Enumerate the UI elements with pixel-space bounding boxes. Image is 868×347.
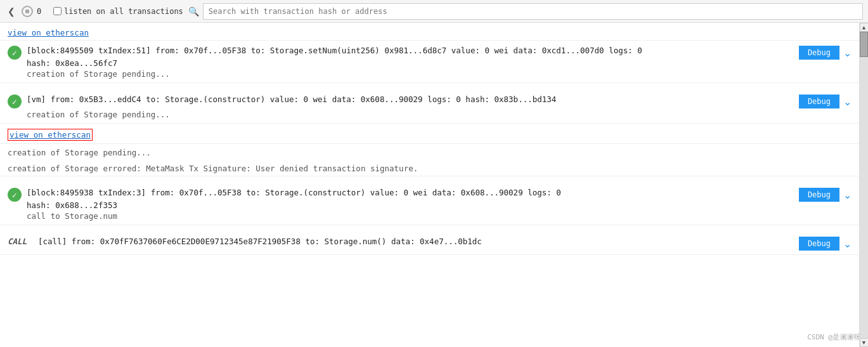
- checkbox-label-text: listen on all transactions: [64, 7, 183, 16]
- standalone-pending-text-1: creation of Storage pending...: [8, 148, 852, 157]
- tx-content-4: [call] from: 0x70fF7637060Fe6CE2D00E9712…: [38, 235, 794, 248]
- tx-main-line-4: [call] from: 0x70fF7637060Fe6CE2D00E9712…: [38, 235, 794, 248]
- check-circle-1: ✓: [8, 46, 22, 60]
- listen-all-checkbox-label[interactable]: listen on all transactions: [53, 7, 183, 16]
- expand-button-4[interactable]: ⌄: [843, 238, 852, 250]
- content-panel: view on etherscan ✓ [block:8495509 txInd…: [0, 23, 859, 347]
- spacer-2: [0, 176, 859, 183]
- etherscan-link-top[interactable]: view on etherscan: [8, 28, 89, 37]
- search-icon-button[interactable]: 🔍: [188, 6, 199, 16]
- watermark: CSDN @是澜澜呀: [807, 332, 860, 342]
- standalone-pending-1: creation of Storage pending...: [0, 144, 859, 160]
- tx-sub-line-3: hash: 0x688...2f353: [27, 200, 794, 210]
- chevron-left-button[interactable]: ❮: [5, 5, 18, 18]
- pending-text-1: creation of Storage pending...: [8, 69, 852, 79]
- tx-row-1: ✓ [block:8495509 txIndex:51] from: 0x70f…: [8, 44, 852, 68]
- success-icon-1: ✓: [8, 46, 22, 60]
- expand-button-3[interactable]: ⌄: [843, 189, 852, 201]
- tx-actions-4: Debug ⌄: [799, 237, 852, 251]
- transaction-entry-2: ✓ [vm] from: 0x5B3...eddC4 to: Storage.(…: [0, 89, 859, 124]
- tx-main-line-1: [block:8495509 txIndex:51] from: 0x70f..…: [27, 44, 794, 57]
- transaction-entry-4: CALL [call] from: 0x70fF7637060Fe6CE2D00…: [0, 232, 859, 255]
- tx-row-3: ✓ [block:8495938 txIndex:3] from: 0x70f.…: [8, 187, 852, 210]
- scroll-track: [860, 32, 868, 338]
- tx-actions-1: Debug ⌄: [799, 46, 852, 60]
- tx-sub-line-1: hash: 0x8ea...56fc7: [27, 58, 794, 68]
- counter-badge: 0: [37, 7, 49, 16]
- toolbar-left: ❮ 0 listen on all transactions: [5, 5, 183, 18]
- error-entry: creation of Storage errored: MetaMask Tx…: [0, 160, 859, 176]
- check-circle-3: ✓: [8, 188, 22, 202]
- tx-main-line-2: [vm] from: 0x5B3...eddC4 to: Storage.(co…: [27, 93, 794, 106]
- etherscan-link-bordered[interactable]: view on etherscan: [8, 129, 93, 141]
- tx-content-1: [block:8495509 txIndex:51] from: 0x70f..…: [27, 44, 794, 68]
- call-label-icon: CALL: [8, 237, 33, 246]
- call-label-text: CALL: [8, 237, 27, 246]
- stop-dot: [25, 10, 29, 13]
- debug-button-2[interactable]: Debug: [799, 95, 839, 108]
- success-icon-3: ✓: [8, 188, 22, 202]
- debug-button-4[interactable]: Debug: [799, 237, 839, 251]
- spacer-3: [0, 225, 859, 232]
- scrollbar: ▲ ▼: [859, 23, 868, 347]
- success-icon-2: ✓: [8, 95, 22, 108]
- search-input[interactable]: [203, 3, 863, 20]
- pending-text-3: call to Storage.num: [8, 211, 852, 221]
- tx-actions-3: Debug ⌄: [799, 188, 852, 202]
- tx-content-3: [block:8495938 txIndex:3] from: 0x70f...…: [27, 187, 794, 210]
- main: view on etherscan ✓ [block:8495509 txInd…: [0, 23, 868, 347]
- debug-button-3[interactable]: Debug: [799, 188, 839, 202]
- listen-all-checkbox[interactable]: [53, 7, 62, 15]
- tx-actions-2: Debug ⌄: [799, 95, 852, 108]
- error-text: creation of Storage errored: MetaMask Tx…: [8, 164, 852, 173]
- check-circle-2: ✓: [8, 95, 22, 108]
- toolbar: ❮ 0 listen on all transactions 🔍: [0, 0, 868, 23]
- spacer-1: [0, 83, 859, 89]
- tx-row-2: ✓ [vm] from: 0x5B3...eddC4 to: Storage.(…: [8, 93, 852, 108]
- scroll-down-arrow[interactable]: ▼: [860, 338, 869, 347]
- scroll-up-arrow[interactable]: ▲: [860, 23, 869, 32]
- debug-button-1[interactable]: Debug: [799, 46, 839, 60]
- stop-icon: [22, 6, 33, 17]
- expand-button-2[interactable]: ⌄: [843, 96, 852, 108]
- scroll-thumb[interactable]: [860, 32, 868, 57]
- tx-content-2: [vm] from: 0x5B3...eddC4 to: Storage.(co…: [27, 93, 794, 106]
- transaction-entry-3: ✓ [block:8495938 txIndex:3] from: 0x70f.…: [0, 183, 859, 225]
- view-link-top: view on etherscan: [0, 25, 859, 41]
- tx-main-line-3: [block:8495938 txIndex:3] from: 0x70f...…: [27, 187, 794, 199]
- expand-button-1[interactable]: ⌄: [843, 47, 852, 59]
- view-link-bordered-row: view on etherscan: [0, 126, 859, 144]
- pending-text-2: creation of Storage pending...: [8, 110, 852, 119]
- search-area: 🔍: [188, 3, 863, 20]
- transaction-entry-1: ✓ [block:8495509 txIndex:51] from: 0x70f…: [0, 41, 859, 83]
- tx-row-4: CALL [call] from: 0x70fF7637060Fe6CE2D00…: [8, 235, 852, 251]
